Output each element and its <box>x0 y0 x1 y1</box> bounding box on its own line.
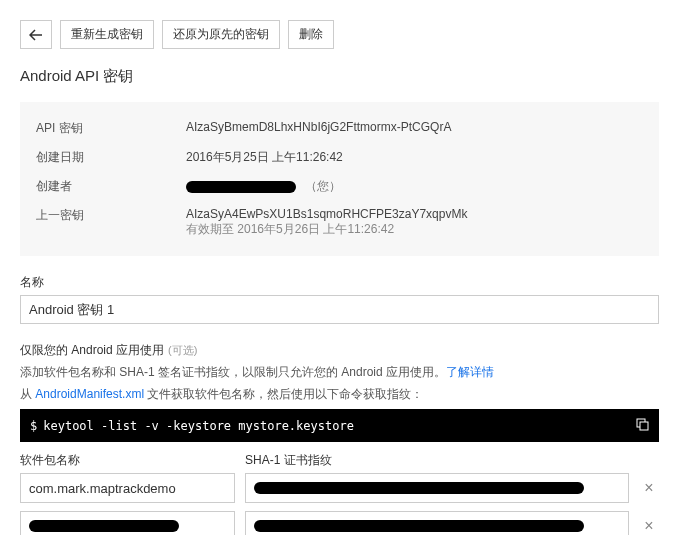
api-key-value: AIzaSyBmemD8LhxHNbI6jG2Fttmormx-PtCGQrA <box>186 120 643 137</box>
svg-rect-1 <box>640 422 648 430</box>
restrict-title: 仅限您的 Android 应用使用 <box>20 343 164 357</box>
prompt-symbol: $ <box>30 419 37 433</box>
remove-row-button[interactable]: × <box>639 517 659 535</box>
remove-row-button[interactable]: × <box>639 479 659 497</box>
redacted-creator <box>186 181 296 193</box>
pkg-input[interactable] <box>20 473 235 503</box>
learn-more-link[interactable]: 了解详情 <box>446 365 494 379</box>
name-label: 名称 <box>20 274 659 291</box>
back-button[interactable] <box>20 20 52 49</box>
command-text: keytool -list -v -keystore mystore.keyst… <box>43 419 354 433</box>
arrow-left-icon <box>29 29 43 41</box>
prev-key-expiry: 有效期至 2016年5月26日 上午11:26:42 <box>186 221 643 238</box>
redacted-pkg <box>29 520 179 532</box>
redacted-sha <box>254 520 584 532</box>
copy-icon[interactable] <box>635 417 649 434</box>
toolbar: 重新生成密钥 还原为原先的密钥 删除 <box>20 20 659 49</box>
pkg-header-label: 软件包名称 <box>20 452 245 469</box>
sha-input[interactable] <box>245 473 629 503</box>
info-block: API 密钥 AIzaSyBmemD8LhxHNbI6jG2Fttmormx-P… <box>20 102 659 256</box>
name-input[interactable] <box>20 295 659 324</box>
restrict-desc-1: 添加软件包名称和 SHA-1 签名证书指纹，以限制只允许您的 Android 应… <box>20 363 659 381</box>
pkg-row: × <box>20 511 659 535</box>
creator-you: （您） <box>305 179 341 193</box>
restrict-desc-2: 从 AndroidManifest.xml 文件获取软件包名称，然后使用以下命令… <box>20 385 659 403</box>
created-value: 2016年5月25日 上午11:26:42 <box>186 149 643 166</box>
regenerate-button[interactable]: 重新生成密钥 <box>60 20 154 49</box>
manifest-link[interactable]: AndroidManifest.xml <box>35 387 144 401</box>
revert-button[interactable]: 还原为原先的密钥 <box>162 20 280 49</box>
creator-value: （您） <box>186 178 643 195</box>
creator-label: 创建者 <box>36 178 186 195</box>
prev-key-value: AIzaSyA4EwPsXU1Bs1sqmoRHCFPE3zaY7xqpvMk <box>186 207 643 221</box>
sha-header-label: SHA-1 证书指纹 <box>245 452 659 469</box>
page-title: Android API 密钥 <box>20 67 659 86</box>
sha-input[interactable] <box>245 511 629 535</box>
command-block: $ keytool -list -v -keystore mystore.key… <box>20 409 659 442</box>
prev-key-label: 上一密钥 <box>36 207 186 238</box>
pkg-table-header: 软件包名称 SHA-1 证书指纹 <box>20 452 659 469</box>
optional-label: (可选) <box>168 344 197 356</box>
delete-button[interactable]: 删除 <box>288 20 334 49</box>
pkg-row: × <box>20 473 659 503</box>
api-key-label: API 密钥 <box>36 120 186 137</box>
created-label: 创建日期 <box>36 149 186 166</box>
redacted-sha <box>254 482 584 494</box>
pkg-input[interactable] <box>20 511 235 535</box>
